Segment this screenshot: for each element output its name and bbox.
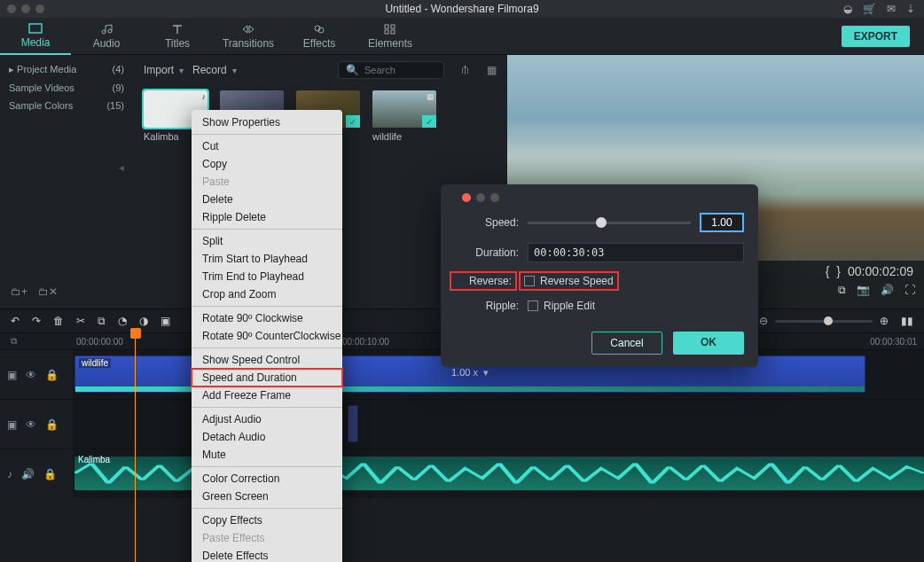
tab-media[interactable]: Media (0, 18, 71, 55)
tab-elements-label: Elements (368, 37, 412, 50)
account-icon[interactable]: ◒ (843, 3, 852, 15)
preview-timecode: 00:00:02:09 (848, 264, 913, 278)
menu-detach-audio[interactable]: Detach Audio (192, 428, 342, 446)
menu-adjust-audio[interactable]: Adjust Audio (192, 410, 342, 428)
lock-icon[interactable]: 🔒 (43, 468, 57, 480)
track-settings-icon[interactable]: ▣ (7, 369, 17, 381)
menu-add-freeze-frame[interactable]: Add Freeze Frame (192, 386, 342, 404)
cancel-button[interactable]: Cancel (591, 332, 662, 355)
playhead[interactable] (135, 333, 136, 562)
tab-transitions[interactable]: Transitions (213, 18, 284, 55)
split-icon[interactable]: ✂ (76, 315, 85, 327)
max-dot[interactable] (490, 193, 499, 202)
ruler-plus-icon[interactable]: ⧉ (11, 336, 17, 347)
speed-slider[interactable] (528, 222, 691, 224)
new-folder-icon[interactable]: 🗀+ (11, 285, 27, 298)
visibility-icon[interactable]: 👁 (26, 418, 36, 431)
zoom-fit-icon[interactable]: ▮▮ (901, 315, 913, 327)
speed-icon[interactable]: ◔ (118, 315, 127, 327)
camera-icon[interactable]: 📷 (857, 284, 870, 296)
sidebar-item-sample-colors[interactable]: Sample Colors (15) (0, 97, 133, 114)
menu-rotate-cw[interactable]: Rotate 90º Clockwise (192, 309, 342, 327)
close-dot[interactable] (462, 193, 471, 202)
zoom-slider[interactable] (775, 320, 873, 323)
menu-ripple-delete[interactable]: Ripple Delete (192, 208, 342, 226)
media-thumb-wildlife[interactable]: ▦✓ wildlife (372, 90, 436, 142)
ok-button[interactable]: OK (673, 332, 744, 355)
search-input[interactable] (364, 65, 435, 75)
sidebar-item-project-media[interactable]: ▸ Project Media (4) (0, 60, 133, 79)
volume-icon[interactable]: 🔊 (881, 284, 894, 296)
reverse-checkbox[interactable] (524, 276, 535, 286)
sidebar-item-sample-videos[interactable]: Sample Videos (9) (0, 79, 133, 97)
min-dot[interactable] (476, 193, 485, 202)
menu-copy-effects[interactable]: Copy Effects (192, 511, 342, 529)
svg-rect-5 (385, 25, 388, 28)
zoom-out-icon[interactable]: ⊖ (759, 315, 768, 327)
mark-out-icon[interactable]: } (836, 264, 841, 278)
record-dropdown[interactable]: Record (192, 64, 237, 76)
dialog-traffic-lights[interactable] (455, 193, 744, 202)
greenscreen-icon[interactable]: ▣ (161, 315, 170, 327)
zoom-control[interactable]: ⊖ ⊕ ▮▮ (759, 315, 913, 327)
menu-color-correction[interactable]: Color Correction (192, 470, 342, 488)
menu-delete[interactable]: Delete (192, 191, 342, 208)
duration-input[interactable]: 00:00:30:03 (528, 243, 744, 262)
menu-mute[interactable]: Mute (192, 446, 342, 464)
min-dot[interactable] (21, 4, 30, 13)
tab-media-label: Media (21, 36, 51, 49)
snapshot-icon[interactable]: ⧉ (838, 284, 846, 296)
lock-icon[interactable]: 🔒 (45, 369, 59, 381)
cart-icon[interactable]: 🛒 (863, 3, 876, 15)
clip-speed-badge[interactable]: 1.00 x ▾ (451, 367, 489, 379)
ripple-checkbox[interactable] (528, 301, 538, 311)
mark-in-icon[interactable]: { (826, 264, 830, 278)
mail-icon[interactable]: ✉ (887, 3, 896, 15)
solo-icon[interactable]: 🔊 (21, 468, 35, 480)
close-dot[interactable] (7, 4, 16, 13)
filter-icon[interactable]: ⫛ (460, 64, 471, 76)
menu-copy[interactable]: Copy (192, 155, 342, 173)
menu-split[interactable]: Split (192, 232, 342, 250)
titlebar-actions: ◒ 🛒 ✉ ⇣ (843, 3, 924, 15)
color-icon[interactable]: ◑ (139, 315, 148, 327)
window-traffic-lights[interactable] (0, 4, 44, 13)
zoom-in-icon[interactable]: ⊕ (880, 315, 889, 327)
track-settings-icon[interactable]: ▣ (7, 418, 17, 431)
menu-trim-end[interactable]: Trim End to Playhead (192, 268, 342, 285)
media-search[interactable]: 🔍 (338, 61, 444, 79)
clip-label: Kalimba (78, 455, 110, 464)
menu-green-screen[interactable]: Green Screen (192, 488, 342, 505)
menu-show-speed-control[interactable]: Show Speed Control (192, 351, 342, 369)
redo-icon[interactable]: ↷ (32, 315, 41, 327)
tab-elements[interactable]: Elements (355, 18, 426, 55)
menu-trim-start[interactable]: Trim Start to Playhead (192, 250, 342, 268)
menu-rotate-ccw[interactable]: Rotate 90º CounterClockwise (192, 327, 342, 345)
import-dropdown[interactable]: Import (144, 64, 184, 76)
grid-icon[interactable]: ▦ (487, 64, 497, 76)
fullscreen-icon[interactable]: ⛶ (904, 284, 915, 296)
menu-crop-zoom[interactable]: Crop and Zoom (192, 285, 342, 303)
menu-show-properties[interactable]: Show Properties (192, 113, 342, 131)
undo-icon[interactable]: ↶ (11, 315, 20, 327)
export-button[interactable]: EXPORT (842, 26, 910, 47)
menu-speed-and-duration[interactable]: Speed and Duration (192, 369, 342, 386)
delete-icon[interactable]: 🗑 (53, 315, 64, 327)
crop-icon[interactable]: ⧉ (98, 315, 106, 327)
menu-cut[interactable]: Cut (192, 137, 342, 155)
track-audio-1: ♪🔊🔒 Kalimba (0, 449, 924, 498)
tab-titles[interactable]: Titles (142, 18, 213, 55)
collapse-sidebar-icon[interactable]: ◂ (119, 161, 124, 174)
menu-delete-effects[interactable]: Delete Effects (192, 547, 342, 562)
ruler-tick: 00:00:00:00 (76, 337, 123, 347)
max-dot[interactable] (35, 4, 44, 13)
visibility-icon[interactable]: 👁 (26, 369, 36, 381)
tab-audio[interactable]: Audio (71, 18, 142, 55)
speed-input[interactable]: 1.00 (700, 213, 744, 232)
music-track-icon[interactable]: ♪ (7, 468, 12, 480)
tab-effects[interactable]: Effects (284, 18, 355, 55)
clip-fragment[interactable] (348, 405, 358, 442)
lock-icon[interactable]: 🔒 (45, 418, 59, 431)
delete-folder-icon[interactable]: 🗀✕ (38, 285, 58, 298)
download-icon[interactable]: ⇣ (906, 3, 915, 15)
